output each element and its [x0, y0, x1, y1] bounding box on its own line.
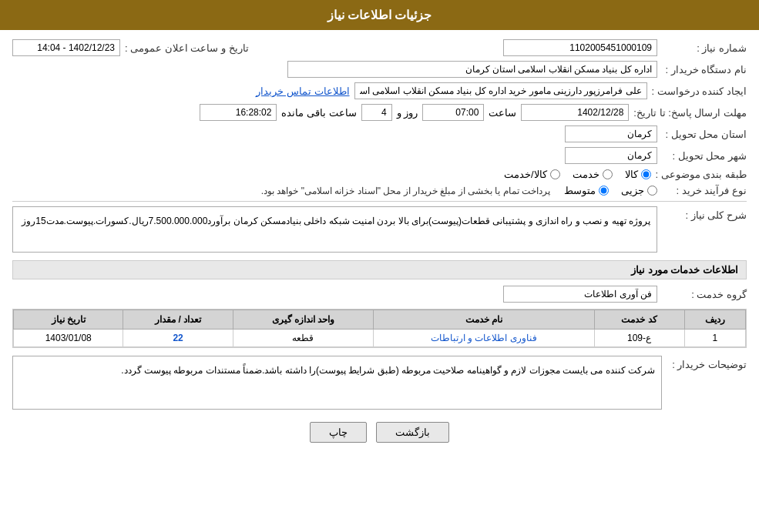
process-jozyi-radio[interactable] [647, 186, 657, 196]
divider-1 [12, 201, 747, 202]
announcement-input[interactable] [12, 39, 120, 56]
category-khedmat-radio[interactable] [603, 169, 613, 179]
cell-name: فناوری اطلاعات و ارتباطات [374, 330, 594, 347]
back-button[interactable]: بازگشت [376, 422, 449, 443]
cell-row: 1 [684, 330, 745, 347]
process-radio-group: جزیی متوسط [564, 185, 657, 196]
buyer-notes-box: شرکت کننده می بایست مجوزات لازم و گواهین… [12, 356, 662, 410]
city-input[interactable] [565, 147, 657, 164]
description-row: شرح کلی نیاز : پروژه تهیه و نصب و راه ان… [12, 206, 747, 253]
cell-unit: قطعه [233, 330, 373, 347]
buyer-notes-row: توضیحات خریدار : شرکت کننده می بایست مجو… [12, 356, 747, 410]
category-kala-radio[interactable] [641, 169, 651, 179]
table-row: 1 ع-109 فناوری اطلاعات و ارتباطات قطعه 2… [14, 330, 746, 347]
category-khedmat-label: خدمت [573, 169, 599, 180]
creator-row: ایجاد کننده درخواست : اطلاعات تماس خریدا… [12, 82, 747, 99]
announcement-label: تاریخ و ساعت اعلان عمومی : [125, 42, 249, 54]
process-row: نوع فرآیند خرید : جزیی متوسط پرداخت تمام… [12, 185, 747, 196]
category-both-radio[interactable] [550, 169, 560, 179]
col-name: نام خدمت [374, 310, 594, 330]
province-input[interactable] [565, 125, 657, 142]
need-number-label: شماره نیاز : [662, 42, 747, 54]
print-button[interactable]: چاپ [310, 422, 367, 443]
category-kala-label: کالا [625, 169, 638, 180]
time-input[interactable] [422, 104, 484, 121]
col-row: ردیف [684, 310, 745, 330]
category-both-item: کالا/خدمت [504, 169, 560, 180]
day-label: روز و [397, 107, 418, 119]
process-motavaset-label: متوسط [564, 185, 596, 196]
cell-code: ع-109 [594, 330, 684, 347]
category-both-label: کالا/خدمت [504, 169, 547, 180]
services-section-title: اطلاعات خدمات مورد نیاز [12, 260, 747, 279]
col-unit: واحد اندازه گیری [233, 310, 373, 330]
process-note: پرداخت تمام یا بخشی از مبلغ خریدار از مح… [261, 186, 550, 196]
col-date: تاریخ نیاز [14, 310, 123, 330]
buyer-name-row: نام دستگاه خریدار : [12, 61, 747, 78]
category-label: طبقه بندی موضوعی : [656, 169, 747, 180]
category-khedmat-item: خدمت [573, 169, 613, 180]
services-table-wrapper: ردیف کد خدمت نام خدمت واحد اندازه گیری ت… [12, 309, 747, 348]
remain-input[interactable] [200, 104, 277, 121]
deadline-label: مهلت ارسال پاسخ: تا تاریخ: [633, 107, 747, 119]
process-jozyi-item: جزیی [621, 185, 657, 196]
remain-label: ساعت باقی مانده [281, 107, 356, 119]
need-number-input[interactable] [503, 39, 657, 56]
creator-label: ایجاد کننده درخواست : [652, 85, 747, 97]
days-input[interactable] [361, 104, 392, 121]
process-motavaset-item: متوسط [564, 185, 609, 196]
process-jozyi-label: جزیی [621, 185, 644, 196]
time-label: ساعت [489, 107, 516, 119]
deadline-date-input[interactable] [521, 104, 629, 121]
creator-input[interactable] [354, 82, 647, 99]
city-label: شهر محل تحویل : [662, 150, 747, 162]
province-row: استان محل تحویل : [12, 125, 747, 142]
province-label: استان محل تحویل : [662, 129, 747, 140]
service-group-label: گروه خدمت : [662, 289, 747, 300]
need-number-row: شماره نیاز : تاریخ و ساعت اعلان عمومی : [12, 39, 747, 56]
category-row: طبقه بندی موضوعی : کالا خدمت کالا/خدمت [12, 169, 747, 180]
deadline-row: مهلت ارسال پاسخ: تا تاریخ: ساعت روز و سا… [12, 104, 747, 121]
cell-qty: 22 [123, 330, 233, 347]
content-area: شماره نیاز : تاریخ و ساعت اعلان عمومی : … [0, 30, 759, 464]
buyer-notes-text: شرکت کننده می بایست مجوزات لازم و گواهین… [121, 365, 655, 376]
col-qty: تعداد / مقدار [123, 310, 233, 330]
process-label: نوع فرآیند خرید : [662, 185, 747, 196]
description-text: پروژه تهیه و نصب و راه اندازی و پشتیبانی… [22, 216, 650, 226]
col-code: کد خدمت [594, 310, 684, 330]
cell-date: 1403/01/08 [14, 330, 123, 347]
description-label: شرح کلی نیاز : [662, 206, 747, 221]
process-motavaset-radio[interactable] [599, 186, 609, 196]
services-table: ردیف کد خدمت نام خدمت واحد اندازه گیری ت… [13, 309, 746, 347]
button-row: بازگشت چاپ [12, 422, 747, 443]
category-radio-group: کالا خدمت کالا/خدمت [504, 169, 651, 180]
page-title: جزئیات اطلاعات نیاز [327, 8, 432, 22]
buyer-name-label: نام دستگاه خریدار : [662, 64, 747, 75]
page-header: جزئیات اطلاعات نیاز [0, 0, 759, 30]
page-wrapper: جزئیات اطلاعات نیاز شماره نیاز : تاریخ و… [0, 0, 759, 532]
service-group-input[interactable] [503, 286, 657, 303]
creator-contact-link[interactable]: اطلاعات تماس خریدار [256, 85, 349, 97]
buyer-name-input[interactable] [287, 61, 657, 78]
description-box: پروژه تهیه و نصب و راه اندازی و پشتیبانی… [12, 206, 657, 253]
service-group-row: گروه خدمت : [12, 286, 747, 303]
buyer-notes-label: توضیحات خریدار : [670, 356, 747, 370]
city-row: شهر محل تحویل : [12, 147, 747, 164]
category-kala-item: کالا [625, 169, 651, 180]
